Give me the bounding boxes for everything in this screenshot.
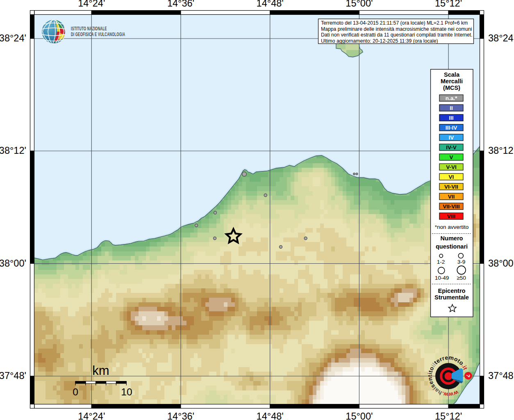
svg-text:n.a.*: n.a.*	[446, 95, 457, 101]
svg-text:0: 0	[73, 386, 78, 397]
svg-text:Mappa preliminare delle intens: Mappa preliminare delle intensità macros…	[321, 26, 472, 32]
svg-text:Scala: Scala	[444, 71, 460, 78]
svg-text:10: 10	[121, 386, 132, 397]
svg-text:(MCS): (MCS)	[443, 84, 460, 91]
svg-text:ISTITUTO NAZIONALE: ISTITUTO NAZIONALE	[71, 26, 107, 31]
svg-text:Terremoto del 13-04-2015 21:11: Terremoto del 13-04-2015 21:11:57 (ora l…	[321, 20, 468, 26]
svg-text:III: III	[449, 115, 453, 121]
svg-text:37°48': 37°48'	[488, 370, 514, 381]
svg-text:DI GEOFISICA E VULCANOLOGIA: DI GEOFISICA E VULCANOLOGIA	[71, 32, 125, 37]
svg-text:km: km	[92, 363, 109, 378]
svg-text:IV: IV	[449, 135, 454, 141]
svg-text:38°24': 38°24'	[0, 33, 26, 43]
svg-text:VII: VII	[448, 194, 455, 200]
svg-text:15°12': 15°12'	[435, 0, 462, 9]
svg-text:V-VI: V-VI	[446, 164, 457, 170]
svg-text:1-2: 1-2	[437, 259, 445, 265]
svg-text:15°00': 15°00'	[346, 0, 373, 9]
svg-text:Dati non verificati estratti d: Dati non verificati estratti da 11 quest…	[321, 32, 473, 38]
svg-text:IV-V: IV-V	[446, 144, 457, 151]
svg-text:Mercalli: Mercalli	[441, 78, 463, 84]
svg-text:14°36': 14°36'	[167, 411, 194, 420]
svg-text:II: II	[450, 105, 453, 111]
svg-text:14°48': 14°48'	[257, 411, 284, 420]
svg-text:38°00': 38°00'	[0, 258, 26, 269]
svg-text:10-49: 10-49	[435, 275, 449, 281]
svg-text:14°24': 14°24'	[78, 0, 105, 9]
svg-text:Numero: Numero	[441, 235, 463, 242]
svg-text:3-9: 3-9	[457, 259, 466, 265]
svg-text:Epicentro: Epicentro	[438, 288, 466, 294]
svg-text:14°48': 14°48'	[257, 0, 284, 9]
svg-text:14°24': 14°24'	[78, 411, 105, 420]
svg-text:VI: VI	[449, 174, 454, 180]
svg-text:14°36': 14°36'	[167, 0, 194, 9]
svg-text:38°12': 38°12'	[0, 145, 26, 156]
svg-text:VII-VIII: VII-VIII	[443, 203, 459, 210]
svg-text:VIII: VIII	[447, 213, 455, 219]
svg-text:questionari: questionari	[436, 243, 468, 250]
svg-text:15°00': 15°00'	[346, 411, 373, 420]
svg-text:*non avvertito: *non avvertito	[435, 224, 469, 230]
svg-text:≥50: ≥50	[457, 275, 466, 281]
svg-text:VI-VII: VI-VII	[444, 184, 458, 190]
svg-text:V: V	[449, 154, 453, 160]
svg-text:Strumentale: Strumentale	[434, 294, 469, 301]
svg-text:Ultimo aggiornamento: 20-12-20: Ultimo aggiornamento: 20-12-2025 11:39 (…	[321, 38, 438, 44]
svg-text:38°24': 38°24'	[488, 33, 514, 43]
svg-text:15°12': 15°12'	[435, 411, 462, 420]
svg-text:37°48': 37°48'	[0, 370, 26, 381]
svg-text:III-IV: III-IV	[446, 125, 457, 131]
svg-text:38°12': 38°12'	[488, 145, 514, 156]
svg-text:38°00': 38°00'	[488, 258, 514, 269]
